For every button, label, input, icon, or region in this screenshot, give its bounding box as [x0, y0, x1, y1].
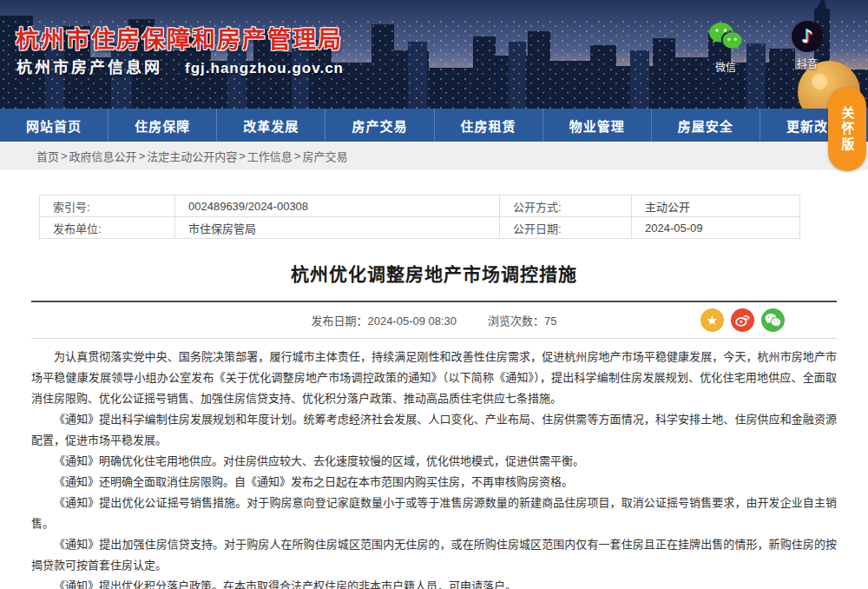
- nav-item-housing-security[interactable]: 住房保障: [108, 109, 217, 142]
- weibo-share-icon[interactable]: [731, 308, 754, 332]
- wechat-social-item[interactable]: 微信: [708, 21, 743, 74]
- breadcrumb-separator: >: [239, 149, 246, 162]
- disclosure-date-label: 公开日期:: [500, 217, 632, 239]
- breadcrumb-property-trade[interactable]: 房产交易: [302, 148, 347, 164]
- article-paragraph: 《通知》还明确全面取消住房限购。自《通知》发布之日起在本市范围内购买住房，不再审…: [31, 472, 837, 493]
- article-body: 为认真贯彻落实党中央、国务院决策部署，履行城市主体责任，持续满足刚性和改善性住房…: [31, 347, 837, 589]
- article-meta-row: 发布日期：2024-05-09 08:30 浏览次数：75 ★: [31, 302, 837, 338]
- meta-divider: [31, 338, 837, 339]
- share-buttons: ★: [700, 308, 785, 332]
- breadcrumb-separator: >: [61, 149, 68, 162]
- document-info-table: 索引号: 002489639/2024-00308 公开方式: 主动公开 发布单…: [39, 195, 800, 239]
- page: 杭州市住房保障和房产管理局 杭州市房产信息网 fgj.hangzhou.gov.…: [0, 0, 868, 589]
- site-title[interactable]: 杭州市住房保障和房产管理局: [16, 21, 343, 55]
- article-paragraph: 《通知》提出优化公证摇号销售措施。对于购房意向登记家庭数量小于或等于准售房源数量…: [31, 493, 837, 534]
- breadcrumb-home[interactable]: 首页: [36, 148, 59, 164]
- article-paragraph: 《通知》提出优化积分落户政策。在本市取得合法产权住房的非本市户籍人员，可申请落户…: [31, 576, 837, 589]
- nav-item-reform[interactable]: 改革发展: [217, 109, 326, 142]
- breadcrumb: 首页> 政府信息公开> 法定主动公开内容> 工作信息> 房产交易: [0, 142, 868, 170]
- site-url: fgj.hangzhou.gov.cn: [185, 60, 344, 77]
- page-title: 杭州优化调整房地产市场调控措施: [31, 260, 837, 286]
- wechat-share-icon[interactable]: [761, 308, 785, 332]
- article-paragraph: 《通知》提出加强住房信贷支持。对于购房人在所购住房城区范围内无住房的，或在所购住…: [31, 534, 837, 576]
- table-row: 发布单位: 市住保房管局 公开日期: 2024-05-09: [40, 217, 800, 239]
- index-number-value: 002489639/2024-00308: [175, 195, 500, 217]
- article-paragraph: 为认真贯彻落实党中央、国务院决策部署，履行城市主体责任，持续满足刚性和改善性住房…: [31, 347, 837, 409]
- care-version-tab[interactable]: 关怀版: [828, 87, 866, 171]
- publish-date: 发布日期：2024-05-09 08:30: [311, 312, 457, 328]
- article-paragraph: 《通知》明确优化住宅用地供应。对住房供应较大、去化速度较慢的区域，优化供地模式，…: [31, 451, 837, 472]
- nav-item-building-safety[interactable]: 房屋安全: [652, 109, 760, 142]
- disclosure-date-value: 2024-05-09: [632, 217, 800, 239]
- nav-item-rental[interactable]: 住房租赁: [435, 109, 543, 142]
- nav-item-property-trade[interactable]: 房产交易: [326, 109, 434, 142]
- article-container: 索引号: 002489639/2024-00308 公开方式: 主动公开 发布单…: [0, 195, 868, 589]
- douyin-label: 抖音: [797, 56, 818, 70]
- site-name: 杭州市房产信息网: [16, 55, 162, 77]
- breadcrumb-separator: >: [139, 149, 146, 162]
- social-icons-group: 微信 ♪ 抖音: [708, 21, 823, 74]
- issuing-unit-value: 市住保房管局: [175, 217, 500, 239]
- douyin-icon: ♪: [792, 21, 823, 52]
- issuing-unit-label: 发布单位:: [40, 217, 175, 239]
- disclosure-method-label: 公开方式:: [500, 195, 632, 217]
- nav-item-home[interactable]: 网站首页: [0, 109, 108, 142]
- breadcrumb-gov-info[interactable]: 政府信息公开: [69, 148, 137, 164]
- table-row: 索引号: 002489639/2024-00308 公开方式: 主动公开: [40, 195, 800, 217]
- breadcrumb-statutory-disclosure[interactable]: 法定主动公开内容: [147, 148, 237, 164]
- site-subtitle-row: 杭州市房产信息网 fgj.hangzhou.gov.cn: [16, 55, 344, 77]
- nav-item-property-mgmt[interactable]: 物业管理: [543, 109, 652, 142]
- douyin-social-item[interactable]: ♪ 抖音: [792, 21, 823, 74]
- breadcrumb-work-info[interactable]: 工作信息: [247, 148, 293, 164]
- header-banner: 杭州市住房保障和房产管理局 杭州市房产信息网 fgj.hangzhou.gov.…: [0, 0, 868, 109]
- article-paragraph: 《通知》提出科学编制住房发展规划和年度计划。统筹考虑经济社会发展、人口变化、产业…: [31, 409, 837, 451]
- breadcrumb-separator: >: [294, 149, 301, 162]
- qzone-share-icon[interactable]: ★: [700, 308, 724, 332]
- disclosure-method-value: 主动公开: [632, 195, 800, 217]
- view-count: 浏览次数：75: [488, 312, 556, 328]
- wechat-label: 微信: [715, 59, 736, 74]
- wechat-icon: [708, 21, 743, 56]
- index-number-label: 索引号:: [40, 195, 175, 217]
- main-nav: 网站首页 住房保障 改革发展 房产交易 住房租赁 物业管理 房屋安全 更新改造: [0, 109, 868, 142]
